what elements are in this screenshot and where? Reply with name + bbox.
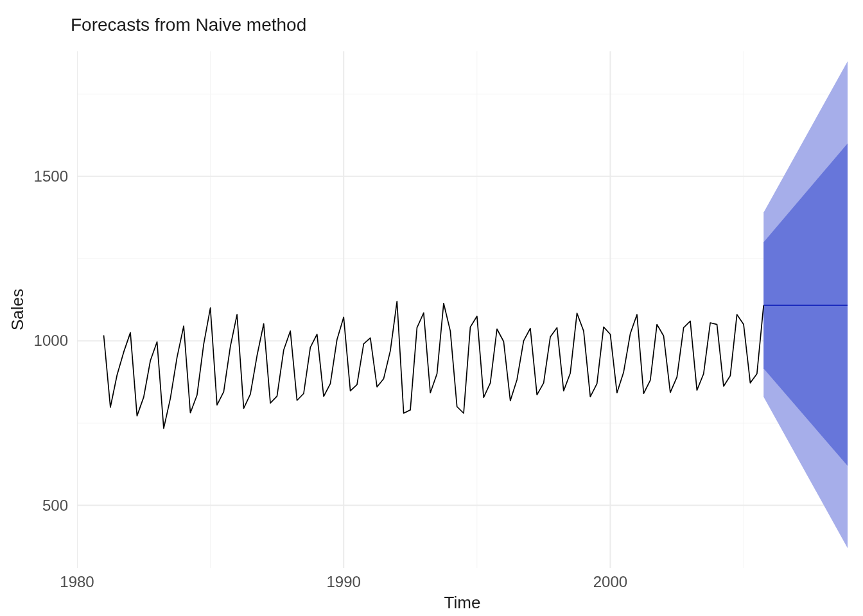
y-axis-label: Sales [8,289,27,330]
y-tick-label: 500 [42,497,68,514]
x-tick-label: 2000 [593,573,627,590]
x-axis-label: Time [444,593,481,612]
y-tick-label: 1500 [34,167,68,185]
x-tick-label: 1990 [327,573,361,590]
chart-svg: 19801990200050010001500TimeSalesForecast… [0,0,863,616]
chart-title: Forecasts from Naive method [71,15,306,35]
svg-rect-1 [0,0,863,616]
y-tick-label: 1000 [34,332,68,349]
x-tick-label: 1980 [60,573,94,590]
chart-container: 19801990200050010001500TimeSalesForecast… [0,0,863,616]
